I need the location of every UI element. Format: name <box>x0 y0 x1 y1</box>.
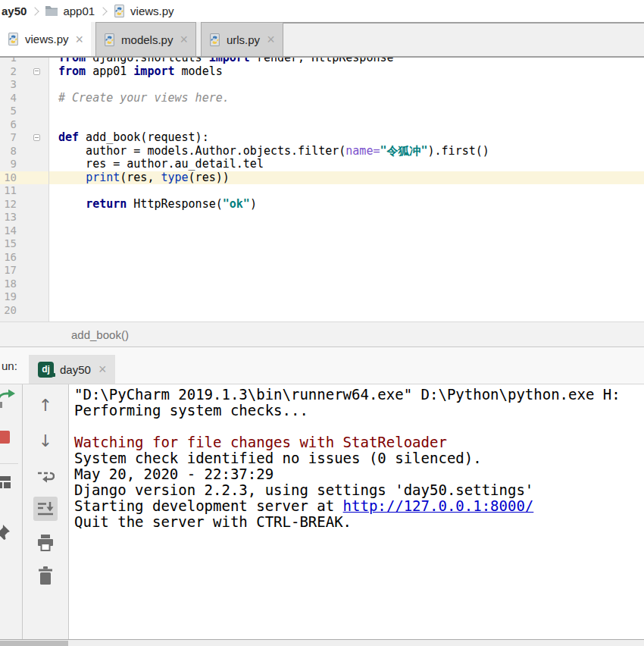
django-dj-icon: dj <box>38 362 54 378</box>
run-tab-day50[interactable]: dj day50 × <box>29 355 115 384</box>
clear-console-button[interactable] <box>36 565 55 586</box>
soft-wrap-icon <box>36 469 55 484</box>
code-line: return HttpResponse("ok") <box>49 198 644 212</box>
scrollbar-thumb[interactable] <box>0 641 68 646</box>
code-line <box>49 184 644 198</box>
run-tab-label: day50 <box>60 363 91 376</box>
breadcrumb: ay50 app01 views.py <box>0 0 644 22</box>
tab-bar-filler <box>283 22 644 56</box>
tab-models-py[interactable]: models.py × <box>95 22 196 56</box>
line-number: 15 <box>0 237 48 251</box>
chevron-right-icon <box>31 7 39 15</box>
code-line <box>49 224 644 238</box>
line-number: 6 <box>0 118 48 132</box>
code-editor[interactable]: 1234567891011121314151617181920 from dja… <box>0 58 644 321</box>
line-number: 8 <box>0 145 48 158</box>
line-number: 2 <box>0 65 48 79</box>
horizontal-scrollbar[interactable] <box>0 639 644 646</box>
line-number: 12 <box>0 198 48 212</box>
toolbar-divider <box>0 463 18 464</box>
restore-layout-button[interactable] <box>0 476 11 488</box>
scroll-up-button[interactable]: ↑ <box>35 395 56 416</box>
chevron-right-icon <box>98 7 107 15</box>
soft-wrap-button[interactable] <box>35 466 56 488</box>
line-number: 20 <box>0 304 48 318</box>
code-line: print(res, type(res)) <box>49 171 644 185</box>
breadcrumb-package[interactable]: app01 <box>45 5 95 17</box>
pin-icon <box>0 524 11 541</box>
line-number: 11 <box>0 184 48 198</box>
restore-layout-icon <box>0 476 11 488</box>
editor-gutter-rows: 1234567891011121314151617181920 <box>0 58 48 317</box>
line-number: 13 <box>0 211 48 224</box>
breadcrumb-file[interactable]: views.py <box>113 5 174 17</box>
line-number: 3 <box>0 78 48 92</box>
console-line: May 20, 2020 - 22:37:29 <box>74 466 644 482</box>
console-line: Performing system checks... <box>74 403 644 419</box>
line-number: 16 <box>0 251 48 265</box>
line-number: 17 <box>0 264 48 278</box>
python-file-icon <box>113 5 126 17</box>
code-line: from app01 import models <box>49 65 644 79</box>
function-nav-bar: add_book() <box>0 321 644 347</box>
tab-label: urls.py <box>227 33 260 46</box>
code-line: author = models.Author.objects.filter(na… <box>49 145 644 158</box>
fold-marker-icon[interactable] <box>33 68 40 75</box>
rerun-icon <box>0 387 17 409</box>
stop-button[interactable] <box>0 431 10 444</box>
pycharm-window: ay50 app01 views.py views.py <box>0 0 644 646</box>
line-number: 1 <box>0 58 48 65</box>
run-panel-title: un: <box>2 359 17 372</box>
line-number: 19 <box>0 290 48 304</box>
console-output[interactable]: "D:\PyCharm 2019.1.3\bin\runnerw64.exe" … <box>69 384 644 639</box>
arrow-down-icon: ↓ <box>39 433 52 450</box>
console-line: Quit the server with CTRL-BREAK. <box>74 514 644 530</box>
editor-code-rows: from django.shortcuts import render, Htt… <box>49 58 644 317</box>
code-line: def add_book(request): <box>49 131 644 145</box>
close-icon[interactable]: × <box>76 33 84 46</box>
close-icon[interactable]: × <box>267 33 275 46</box>
console-line: "D:\PyCharm 2019.1.3\bin\runnerw64.exe" … <box>74 387 644 403</box>
console-line: Django version 2.2.3, using settings 'da… <box>74 482 644 498</box>
pin-tab-button[interactable] <box>0 524 11 541</box>
close-icon[interactable]: × <box>180 33 188 46</box>
line-number: 14 <box>0 224 48 238</box>
code-line <box>49 105 644 118</box>
tab-label: views.py <box>25 33 69 45</box>
scroll-down-button[interactable]: ↓ <box>35 431 56 452</box>
fold-marker-icon[interactable] <box>33 134 40 141</box>
code-line: res = author.au_detail.tel <box>49 158 644 171</box>
tab-views-py[interactable]: views.py × <box>0 22 91 56</box>
rerun-button[interactable] <box>0 387 17 409</box>
printer-icon <box>36 534 55 552</box>
server-url-link[interactable]: http://127.0.0.1:8000/ <box>343 497 534 514</box>
scroll-to-end-button[interactable] <box>33 497 58 521</box>
code-line <box>49 237 644 251</box>
line-number: 5 <box>0 105 48 118</box>
console-line: System check identified no issues (0 sil… <box>74 450 644 466</box>
run-toolbar <box>0 384 23 639</box>
console-toolbar: ↑ ↓ <box>23 384 69 639</box>
close-icon[interactable]: × <box>98 362 107 376</box>
code-line <box>49 264 644 278</box>
stop-icon <box>0 431 10 444</box>
console-line <box>74 419 644 434</box>
current-function-label[interactable]: add_book() <box>71 328 129 341</box>
console-line: Watching for file changes with StatReloa… <box>74 434 644 450</box>
python-file-icon <box>7 33 20 45</box>
editor-gutter[interactable]: 1234567891011121314151617181920 <box>0 58 49 321</box>
print-button[interactable] <box>35 533 56 553</box>
tab-urls-py[interactable]: urls.py × <box>201 22 283 56</box>
editor-code-area[interactable]: from django.shortcuts import render, Htt… <box>49 58 644 321</box>
line-number: 4 <box>0 92 48 105</box>
python-file-icon <box>103 33 116 46</box>
code-line <box>49 118 644 132</box>
tab-label: models.py <box>121 33 173 46</box>
line-number: 7 <box>0 131 48 145</box>
code-line <box>49 290 644 304</box>
trash-icon <box>38 566 53 585</box>
line-number: 9 <box>0 158 48 171</box>
python-file-icon <box>208 33 221 46</box>
line-number: 18 <box>0 278 48 291</box>
breadcrumb-project[interactable]: ay50 <box>2 5 27 17</box>
